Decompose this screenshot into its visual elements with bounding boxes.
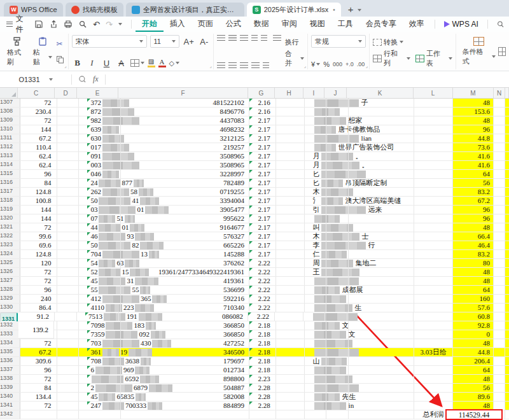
increase-decimal-button[interactable]: +.0 bbox=[345, 61, 354, 67]
cell-H1342[interactable] bbox=[276, 410, 305, 419]
document-tab[interactable]: 找稿壳模板 bbox=[66, 3, 123, 17]
cell-M1325[interactable]: 80 bbox=[453, 259, 494, 267]
cell-IJK1316[interactable]: 匕吊顶隔断定制 bbox=[305, 179, 414, 187]
cell-G1331[interactable]: 2.22 bbox=[248, 312, 275, 321]
cell-D1330[interactable] bbox=[57, 304, 80, 312]
ribbon-tab-公式[interactable]: 公式 bbox=[220, 17, 248, 32]
row-header-1341[interactable]: 1341 bbox=[0, 402, 20, 410]
column-header-F[interactable]: F bbox=[118, 88, 248, 98]
cell-H1330[interactable] bbox=[276, 304, 305, 312]
cell-G1341[interactable]: 2.28 bbox=[249, 402, 276, 410]
cell-D1339[interactable] bbox=[57, 384, 80, 392]
cell-L1333[interactable] bbox=[414, 330, 454, 339]
cell-EF1310[interactable]: 6394698232 bbox=[79, 125, 249, 134]
row-header-1337[interactable]: 1337 bbox=[0, 366, 20, 374]
cell-D1341[interactable] bbox=[57, 402, 80, 410]
search-icon[interactable] bbox=[497, 20, 504, 29]
cell-G1321[interactable]: 2.17 bbox=[249, 223, 276, 232]
cell-G1317[interactable]: 2.17 bbox=[249, 188, 276, 196]
cell-O1332[interactable] bbox=[505, 321, 509, 330]
cell-EF1319[interactable]: 03013905477 bbox=[79, 206, 249, 214]
row-header-1319[interactable]: 1319 bbox=[0, 206, 20, 214]
cell-IJK1314[interactable]: 月。 bbox=[305, 161, 414, 169]
cell-G1319[interactable]: 2.17 bbox=[249, 206, 276, 214]
increase-indent-icon[interactable] bbox=[261, 35, 267, 41]
group-expand-icon[interactable]: ⌟ bbox=[64, 64, 66, 69]
cell-O1309[interactable] bbox=[505, 116, 509, 125]
cell-D1323[interactable] bbox=[57, 241, 80, 249]
cell-N1323[interactable] bbox=[494, 241, 505, 249]
cell-N1316[interactable] bbox=[494, 179, 505, 187]
cell-L1332[interactable] bbox=[414, 321, 454, 330]
cell-H1308[interactable] bbox=[276, 108, 305, 116]
cell-C1321[interactable]: 72 bbox=[20, 223, 57, 232]
font-size-select[interactable]: 11 bbox=[150, 35, 179, 48]
cell-H1316[interactable] bbox=[276, 179, 305, 187]
file-menu[interactable]: 文件 bbox=[16, 13, 28, 35]
cell-N1325[interactable] bbox=[494, 259, 505, 267]
cell-O1311[interactable] bbox=[505, 134, 509, 143]
cell-IJK1312[interactable]: 世界广告装饰公司 bbox=[305, 143, 414, 151]
cell-EF1323[interactable]: 5082665226 bbox=[79, 241, 249, 249]
cell-IJK1315[interactable]: 匕 bbox=[305, 170, 414, 178]
group-expand-icon[interactable]: ⌟ bbox=[366, 64, 368, 69]
name-box[interactable]: O1331 bbox=[0, 71, 71, 87]
ribbon-tab-插入[interactable]: 插入 bbox=[164, 17, 192, 32]
align-top-icon[interactable] bbox=[217, 35, 225, 41]
cell-D1331[interactable] bbox=[55, 312, 77, 321]
cell-C1322[interactable]: 99.6 bbox=[20, 232, 57, 241]
cell-L1334[interactable] bbox=[414, 339, 454, 347]
cell-O1319[interactable] bbox=[505, 206, 509, 214]
cell-H1332[interactable] bbox=[276, 321, 305, 330]
align-right-icon[interactable] bbox=[240, 62, 248, 68]
cell-L1339[interactable] bbox=[414, 384, 454, 392]
cell-IJK1325[interactable]: 周集地二 bbox=[305, 259, 414, 267]
cell-D1336[interactable] bbox=[57, 357, 80, 365]
cell-H1337[interactable] bbox=[276, 366, 305, 374]
cell-L1320[interactable] bbox=[414, 214, 454, 223]
cell-N1327[interactable] bbox=[494, 277, 505, 285]
cell-M1314[interactable]: 41.6 bbox=[453, 161, 494, 169]
cell-IJK1328[interactable]: 成都展 bbox=[305, 286, 414, 294]
cell-L1330[interactable] bbox=[414, 304, 454, 312]
cell-D1320[interactable] bbox=[57, 214, 80, 223]
row-header-1335[interactable]: 1335 bbox=[0, 348, 20, 356]
cell-H1331[interactable] bbox=[275, 312, 303, 321]
cell-D1324[interactable] bbox=[57, 250, 80, 258]
cell-N1328[interactable] bbox=[494, 286, 505, 294]
row-header-1311[interactable]: 1311 bbox=[0, 134, 20, 143]
column-header-M[interactable]: M bbox=[453, 88, 494, 98]
cell-G1323[interactable]: 2.17 bbox=[249, 241, 276, 249]
cell-N1321[interactable] bbox=[494, 223, 505, 232]
cell-C1310[interactable]: 144 bbox=[20, 125, 57, 134]
cell-EF1327[interactable]: 4531419361 bbox=[79, 277, 249, 285]
cell-G1313[interactable]: 2.17 bbox=[249, 152, 276, 160]
cell-G1309[interactable]: 2.17 bbox=[249, 116, 276, 125]
row-header-1328[interactable]: 1328 bbox=[0, 286, 20, 294]
cell-C1316[interactable]: 84 bbox=[20, 179, 57, 187]
worksheet-button[interactable]: 工作表 bbox=[415, 49, 453, 68]
table-style-button-cut[interactable] bbox=[498, 47, 506, 56]
cell-EF1337[interactable]: 6969012734 bbox=[79, 366, 249, 374]
cell-G1338[interactable]: 2.23 bbox=[249, 375, 276, 383]
cell-C1317[interactable]: 124.8 bbox=[20, 188, 57, 196]
cell-M1328[interactable]: 64 bbox=[453, 286, 494, 294]
align-middle-icon[interactable] bbox=[228, 35, 237, 41]
cell-D1338[interactable] bbox=[57, 375, 80, 383]
cell-C1323[interactable]: 69.6 bbox=[20, 241, 57, 249]
row-header-1321[interactable]: 1321 bbox=[0, 223, 20, 232]
ribbon-tab-数据[interactable]: 数据 bbox=[248, 17, 275, 32]
eraser-button[interactable]: ◇ bbox=[169, 59, 179, 67]
cell-H1335[interactable] bbox=[276, 348, 305, 356]
cell-D1333[interactable] bbox=[57, 330, 80, 339]
ribbon-tab-会员专享[interactable]: 会员专享 bbox=[359, 17, 403, 32]
cell-O1335[interactable] bbox=[505, 348, 509, 356]
cell-IJK1326[interactable]: 王 bbox=[305, 268, 414, 276]
cell-IJK1322[interactable]: 木士 bbox=[305, 232, 414, 241]
cell-M1338[interactable]: 48 bbox=[453, 375, 494, 383]
convert-button[interactable]: 转换 bbox=[373, 35, 410, 49]
cell-EF1336[interactable]: 7083638179697 bbox=[79, 357, 249, 365]
cell-L1312[interactable] bbox=[414, 143, 454, 151]
cell-M1332[interactable]: 92.8 bbox=[453, 321, 494, 330]
grow-font-button[interactable]: A+ bbox=[183, 37, 195, 46]
